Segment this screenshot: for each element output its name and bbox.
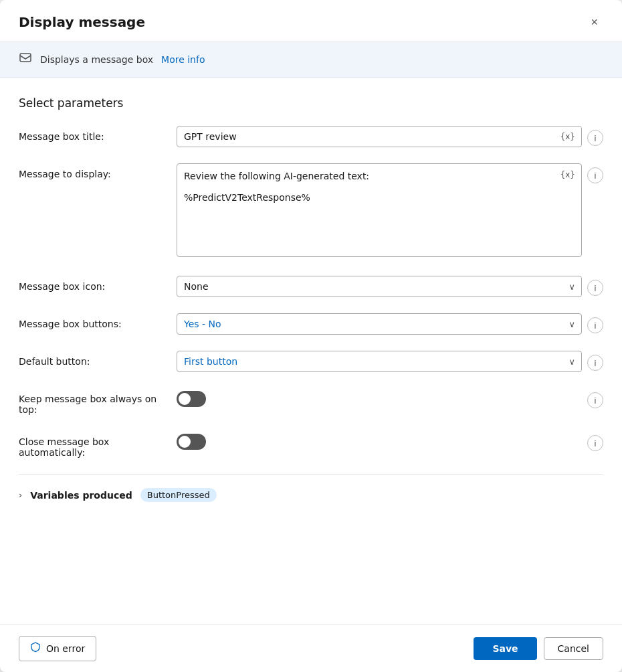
message-box-icon-label: Message box icon:	[19, 276, 166, 292]
message-to-display-row: Message to display: Review the following…	[19, 163, 603, 260]
message-box-buttons-controls: Yes - No OK OK - Cancel Abort - Retry - …	[177, 313, 603, 335]
variables-produced-label: Variables produced	[30, 490, 132, 501]
close-automatically-row: Close message box automatically: i	[19, 431, 603, 458]
default-button-row: Default button: First button Second butt…	[19, 351, 603, 372]
message-to-display-controls: Review the following AI-generated text: …	[177, 163, 603, 260]
close-button[interactable]: ×	[585, 13, 603, 31]
more-info-link[interactable]: More info	[161, 54, 205, 65]
dialog-header: Display message ×	[0, 0, 622, 42]
banner-text: Displays a message box	[40, 54, 153, 65]
display-message-dialog: Display message × Displays a message box…	[0, 0, 622, 672]
close-automatically-toggle-wrapper	[177, 431, 206, 450]
message-box-title-info-button[interactable]: i	[587, 130, 603, 146]
close-automatically-thumb	[179, 436, 191, 448]
shield-icon	[30, 642, 41, 655]
keep-on-top-toggle[interactable]	[177, 391, 206, 407]
on-error-label: On error	[46, 643, 85, 654]
close-automatically-controls: i	[177, 431, 603, 451]
message-box-buttons-row: Message box buttons: Yes - No OK OK - Ca…	[19, 313, 603, 335]
variables-chevron-icon[interactable]: ›	[19, 490, 22, 500]
message-to-display-label: Message to display:	[19, 163, 166, 179]
message-box-title-controls: {x} i	[177, 126, 603, 147]
message-box-buttons-select[interactable]: Yes - No OK OK - Cancel Abort - Retry - …	[177, 313, 582, 335]
info-banner: Displays a message box More info	[0, 42, 622, 78]
keep-on-top-label: Keep message box always on top:	[19, 388, 166, 415]
message-box-icon-controls: None Information Warning Error Question …	[177, 276, 603, 297]
default-button-label: Default button:	[19, 351, 166, 367]
keep-on-top-info-button[interactable]: i	[587, 392, 603, 408]
message-box-icon-select-wrapper: None Information Warning Error Question …	[177, 276, 582, 297]
form-content: Select parameters Message box title: {x}…	[0, 78, 622, 624]
message-box-title-label: Message box title:	[19, 126, 166, 142]
footer-right-buttons: Save Cancel	[474, 637, 603, 660]
message-box-icon	[19, 52, 32, 68]
svg-rect-0	[20, 54, 31, 62]
close-automatically-info-button[interactable]: i	[587, 435, 603, 451]
default-button-select-wrapper: First button Second button Third button …	[177, 351, 582, 372]
save-button[interactable]: Save	[474, 637, 536, 660]
message-to-display-textarea[interactable]: Review the following AI-generated text: …	[177, 163, 582, 257]
close-automatically-toggle[interactable]	[177, 434, 206, 450]
message-box-buttons-select-wrapper: Yes - No OK OK - Cancel Abort - Retry - …	[177, 313, 582, 335]
keep-on-top-thumb	[179, 393, 191, 405]
message-box-title-input-wrapper: {x}	[177, 126, 582, 147]
dialog-footer: On error Save Cancel	[0, 624, 622, 672]
message-box-icon-row: Message box icon: None Information Warni…	[19, 276, 603, 297]
variables-produced-row: › Variables produced ButtonPressed	[19, 474, 603, 515]
close-automatically-label: Close message box automatically:	[19, 431, 166, 458]
message-box-buttons-info-button[interactable]: i	[587, 317, 603, 333]
cancel-button[interactable]: Cancel	[544, 637, 603, 660]
message-box-buttons-label: Message box buttons:	[19, 313, 166, 329]
button-pressed-chip: ButtonPressed	[140, 488, 217, 502]
default-button-select[interactable]: First button Second button Third button	[177, 351, 582, 372]
message-box-title-row: Message box title: {x} i	[19, 126, 603, 147]
message-box-icon-info-button[interactable]: i	[587, 280, 603, 296]
message-textarea-wrapper: Review the following AI-generated text: …	[177, 163, 582, 260]
on-error-button[interactable]: On error	[19, 636, 96, 661]
dialog-title: Display message	[19, 14, 145, 30]
keep-on-top-row: Keep message box always on top: i	[19, 388, 603, 415]
section-title: Select parameters	[19, 96, 603, 110]
keep-on-top-controls: i	[177, 388, 603, 408]
default-button-info-button[interactable]: i	[587, 355, 603, 371]
message-box-icon-select[interactable]: None Information Warning Error Question	[177, 276, 582, 297]
message-box-title-input[interactable]	[177, 126, 582, 147]
message-to-display-info-button[interactable]: i	[587, 167, 603, 183]
default-button-controls: First button Second button Third button …	[177, 351, 603, 372]
keep-on-top-toggle-wrapper	[177, 388, 206, 407]
